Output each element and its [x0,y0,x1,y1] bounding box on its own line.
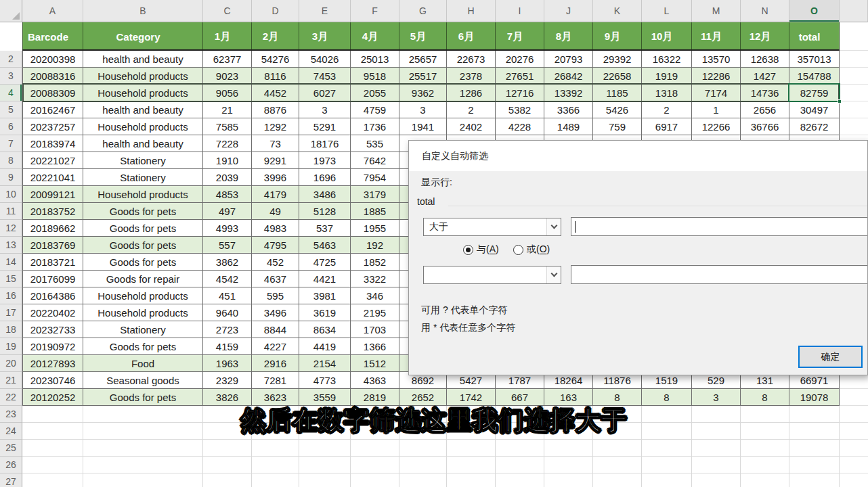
cell[interactable]: 29392 [593,51,642,68]
row-header-7[interactable]: 7 [0,135,22,152]
column-header-k[interactable]: K [593,0,642,22]
row-header-5[interactable]: 5 [0,101,22,118]
cell[interactable]: 4637 [252,271,299,287]
empty-cell[interactable] [299,423,351,440]
cell[interactable]: 4419 [299,338,351,355]
cell[interactable]: 20189662 [22,220,83,237]
empty-cell[interactable] [399,473,447,487]
empty-cell[interactable] [496,457,544,473]
empty-cell[interactable] [593,473,642,487]
empty-cell[interactable] [840,85,868,101]
cell[interactable]: 8876 [252,101,299,118]
cell[interactable]: 4179 [252,186,299,203]
row-header-26[interactable]: 26 [0,457,22,473]
cell[interactable]: 3 [399,101,447,118]
cell[interactable]: 451 [203,287,252,304]
cell[interactable]: 21 [203,101,252,118]
cell[interactable]: 4853 [203,186,252,203]
cell[interactable]: Household products [83,118,203,135]
cell[interactable]: 20099121 [22,186,83,203]
row-header-3[interactable]: 3 [0,68,22,85]
empty-cell[interactable] [741,473,789,487]
cell[interactable]: 4759 [351,101,399,118]
cell[interactable]: 8116 [252,68,299,85]
cell[interactable]: Stationery [83,169,203,186]
cell[interactable]: 20200398 [22,51,83,68]
cell[interactable]: health and beauty [83,135,203,152]
cell[interactable]: 5128 [299,203,351,220]
cell[interactable]: 9023 [203,68,252,85]
table-header-total[interactable]: total [789,22,840,51]
cell[interactable]: 20232733 [22,321,83,338]
cell[interactable]: 12638 [741,51,789,68]
condition2-select[interactable] [423,266,561,284]
empty-cell[interactable] [593,423,642,440]
empty-cell[interactable] [83,473,203,487]
cell[interactable]: 2 [447,101,496,118]
cell[interactable]: Goods for pets [83,254,203,271]
or-radio[interactable]: 或(O) [513,244,550,256]
empty-cell[interactable] [642,440,692,457]
empty-cell[interactable] [22,457,83,473]
empty-cell[interactable] [22,406,83,423]
cell[interactable]: 2402 [447,118,496,135]
cell[interactable]: 25657 [399,51,447,68]
cell[interactable]: 452 [252,254,299,271]
empty-cell[interactable] [447,440,496,457]
cell[interactable]: 7954 [351,169,399,186]
cell[interactable]: 9518 [351,68,399,85]
empty-cell[interactable] [789,440,840,457]
cell[interactable]: 3179 [351,186,399,203]
cell[interactable]: 20221027 [22,152,83,169]
row-header-18[interactable]: 18 [0,321,22,338]
row-header-9[interactable]: 9 [0,169,22,186]
cell[interactable]: 20230746 [22,372,83,389]
empty-cell[interactable] [83,423,203,440]
empty-cell[interactable] [789,423,840,440]
cell[interactable]: 4773 [299,372,351,389]
row-header-10[interactable]: 10 [0,186,22,203]
cell[interactable]: 5382 [496,101,544,118]
cell[interactable]: 537 [299,220,351,237]
empty-cell[interactable] [22,423,83,440]
cell[interactable]: 13570 [692,51,741,68]
cell[interactable]: 1742 [447,389,496,406]
table-header-category[interactable]: Category [83,22,203,51]
cell[interactable]: Household products [83,68,203,85]
value1-input[interactable] [571,217,868,236]
cell[interactable]: 20183769 [22,237,83,254]
row-header-19[interactable]: 19 [0,338,22,355]
row-header-17[interactable]: 17 [0,304,22,321]
cell[interactable]: 27651 [496,68,544,85]
empty-cell[interactable] [496,406,544,423]
cell[interactable]: Household products [83,186,203,203]
column-header-l[interactable]: L [642,0,692,22]
empty-cell[interactable] [299,440,351,457]
row-header-24[interactable]: 24 [0,423,22,440]
empty-cell[interactable] [447,473,496,487]
cell[interactable]: 7228 [203,135,252,152]
cell[interactable]: 2819 [351,389,399,406]
column-header-n[interactable]: N [741,0,789,22]
cell[interactable]: 7453 [299,68,351,85]
cell[interactable]: 1955 [351,220,399,237]
cell[interactable]: 1852 [351,254,399,271]
cell[interactable]: 25013 [351,51,399,68]
table-header-month-11[interactable]: 11月 [692,22,741,51]
cell[interactable]: 20221041 [22,169,83,186]
row-header-22[interactable]: 22 [0,389,22,406]
column-header-g[interactable]: G [399,0,447,22]
cell[interactable]: 1185 [593,85,642,101]
empty-cell[interactable] [840,440,868,457]
cell[interactable]: 4542 [203,271,252,287]
empty-cell[interactable] [203,406,252,423]
empty-cell[interactable] [203,440,252,457]
empty-cell[interactable] [840,473,868,487]
empty-cell[interactable] [840,389,868,406]
cell[interactable]: 20088309 [22,85,83,101]
cell[interactable]: 8634 [299,321,351,338]
column-header-d[interactable]: D [252,0,299,22]
cell[interactable]: 7585 [203,118,252,135]
cell[interactable]: 9640 [203,304,252,321]
cell[interactable]: 2039 [203,169,252,186]
